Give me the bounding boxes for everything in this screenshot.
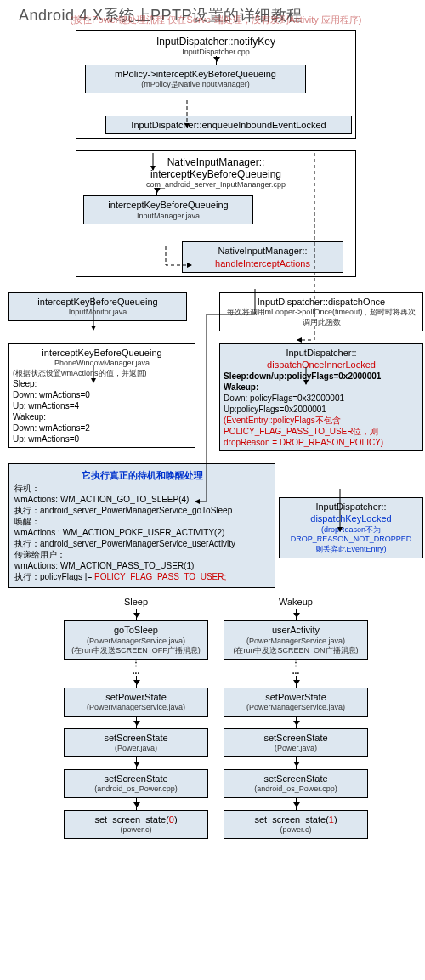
b12-t: InputDispatcher:: — [283, 501, 419, 513]
b12-l1: (dropReason不为 — [283, 525, 419, 535]
b10-l7: dropReason = DROP_REASON_POLICY) — [224, 438, 383, 447]
b9-lines: Sleep:Down: wmActions=0Up: wmActions=4Wa… — [13, 378, 191, 445]
b4-t: NativeInputManager:: — [80, 156, 352, 168]
b11-last-prefix: 执行：policyFlags |= — [14, 572, 94, 581]
b2: mPolicy->interceptKeyBeforeQueueing (mPo… — [85, 65, 306, 93]
b8-t: InputDispatcher::dispatchOnce — [224, 296, 419, 308]
b10-l6: POLICY_FLAG_PASS_TO_USER位，则 — [224, 427, 378, 436]
wake-label: Wakeup — [279, 597, 313, 607]
b4-s: com_android_server_InputMananger.cpp — [80, 180, 352, 189]
b10-l1: Sleep:down/up:policyFlags=0x2000001 — [224, 371, 381, 381]
sleep-box-1: setPowerState(PowerManagerService.java) — [64, 688, 208, 717]
sleep-box-2: setScreenState(Power.java) — [64, 728, 208, 757]
b11-last-red: POLICY_FLAG_PASS_TO_USER; — [94, 572, 226, 581]
wake-box-2: setScreenState(Power.java) — [224, 728, 368, 757]
b1-sub: InputDispatcher.cpp — [80, 48, 352, 56]
b12-l3: 则丢弃此EventEntry) — [283, 545, 419, 555]
b2-title: mPolicy->interceptKeyBeforeQueueing — [89, 68, 302, 80]
b5-s: InputManager.java — [88, 212, 249, 222]
group-notifykey: InputDispatcher::notifyKey InputDispatch… — [76, 30, 356, 139]
b11: 它执行真正的待机和唤醒处理 待机：wmActions: WM_ACTION_GO… — [8, 463, 275, 588]
b10-t: InputDispatcher:: — [224, 347, 419, 359]
b9: interceptKeyBeforeQueueing PhoneWindowMa… — [8, 343, 196, 449]
b7-t: interceptKeyBeforeQueueing — [13, 296, 183, 308]
wake-box-0: userActivity(PowerManagerService.java)(在… — [224, 620, 368, 660]
b10-l3: Down: policyFlags=0x32000001 — [224, 394, 344, 403]
wake-box-3: setScreenState(android_os_Power.cpp) — [224, 769, 368, 798]
b4-t2: interceptKeyBeforeQueueing — [80, 168, 352, 180]
b7: interceptKeyBeforeQueueing InputMonitor.… — [8, 292, 187, 321]
b12: InputDispatcher:: dispatchKeyLocked (dro… — [279, 497, 423, 558]
b10: InputDispatcher:: dispatchOnceInnerLocke… — [219, 343, 423, 452]
b11-lines: 待机：wmActions: WM_ACTION_GO_TO_SLEEP(4)执行… — [14, 483, 269, 571]
b8: InputDispatcher::dispatchOnce 每次将调用mLoop… — [219, 292, 423, 331]
b9-t: interceptKeyBeforeQueueing — [13, 347, 191, 359]
b9-note: (根据状态设置wmActions的值，并返回) — [13, 369, 191, 379]
b5: interceptKeyBeforeQueueing InputManager.… — [83, 195, 253, 224]
b5-t: interceptKeyBeforeQueueing — [88, 199, 249, 211]
wake-box-1: setPowerState(PowerManagerService.java) — [224, 688, 368, 717]
b6-t2: handleInterceptActions — [186, 258, 339, 269]
b9-s: PhoneWindowManager.java — [13, 359, 191, 369]
b1-title: InputDispatcher::notifyKey — [80, 36, 352, 48]
wake-chain: Wakeup userActivity(PowerManagerService.… — [224, 595, 368, 839]
group-native-intercept: NativeInputManager:: interceptKeyBeforeQ… — [76, 150, 356, 277]
b6-t: NativeInputManager:: — [186, 245, 339, 257]
b3-title: InputDispatcher::enqueueInboundEventLock… — [131, 120, 326, 130]
b11-title: 它执行真正的待机和唤醒处理 — [14, 469, 269, 481]
b12-t2: dispatchKeyLocked — [283, 513, 419, 524]
sleep-box-4: set_screen_state(0)(power.c) — [64, 810, 208, 839]
b10-l5: (EventEntry::policyFlags不包含 — [224, 416, 341, 425]
b2-sub: (mPolicy是NativeInputManager) — [89, 80, 302, 90]
b8-s: 每次将调用mLooper->pollOnce(timeout)，超时时将再次调用… — [224, 308, 419, 327]
sleep-chain: Sleep goToSleep(PowerManagerService.java… — [64, 595, 208, 839]
b10-t2: dispatchOnceInnerLocked — [224, 359, 419, 371]
b3: InputDispatcher::enqueueInboundEventLock… — [105, 116, 352, 134]
sleep-box-0: goToSleep(PowerManagerService.java)(在run… — [64, 620, 208, 660]
b12-l2: DROP_REASON_NOT_DROPPED — [283, 535, 419, 545]
b7-s: InputMonitor.java — [13, 308, 183, 318]
wake-box-4: set_screen_state(1)(power.c) — [224, 810, 368, 839]
b10-l4: Up:policyFlags=0x2000001 — [224, 405, 326, 414]
diagram-page: Android 4.X系统上PPTP设置的详细教程 (按住Power键处理流程 … — [0, 0, 425, 842]
sleep-boxes: goToSleep(PowerManagerService.java)(在run… — [64, 620, 208, 839]
b10-l2: Wakeup: — [224, 382, 258, 392]
b11-last: 执行：policyFlags |= POLICY_FLAG_PASS_TO_US… — [14, 571, 269, 582]
subtitle: (按住Power键处理流程 仅在Server端处理，没有发到Activity 应… — [3, 14, 425, 26]
wake-boxes: userActivity(PowerManagerService.java)(在… — [224, 620, 368, 839]
sleep-label: Sleep — [124, 597, 148, 607]
sleep-box-3: setScreenState(android_os_Power.cpp) — [64, 769, 208, 798]
b6: NativeInputManager:: handleInterceptActi… — [182, 241, 343, 273]
